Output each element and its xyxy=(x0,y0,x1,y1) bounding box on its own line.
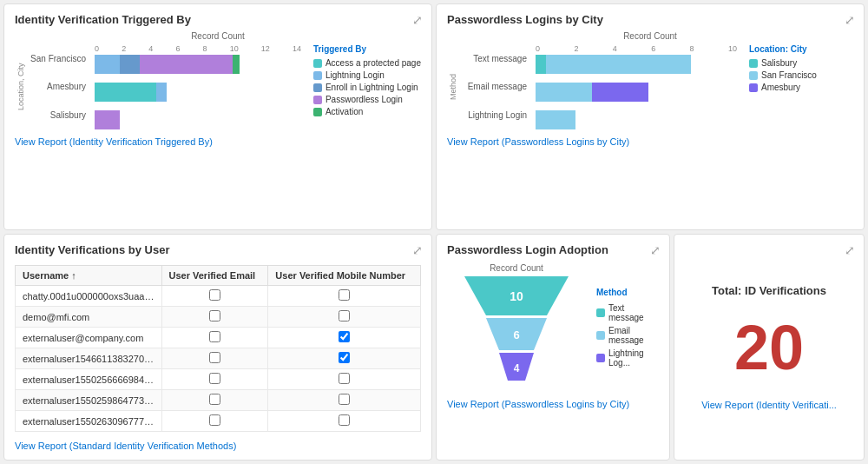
view-report-link-1[interactable]: View Report (Identity Verification Trigg… xyxy=(15,136,421,147)
cell-email[interactable] xyxy=(161,411,268,432)
adoption-title: Passwordless Login Adoption xyxy=(447,243,659,256)
bar-row-am xyxy=(95,83,301,102)
view-report-link-5[interactable]: View Report (Identity Verificati... xyxy=(701,400,837,410)
funnel-legend-label-3: Lightning Log... xyxy=(608,348,659,368)
legend-item-4: Passwordless Login xyxy=(313,95,421,104)
identity-triggered-panel: Identity Verification Triggered By ⤢ Rec… xyxy=(3,3,432,230)
funnel-svg: 10 6 4 xyxy=(447,276,586,389)
cell-username: externaluser@company.com xyxy=(16,328,162,348)
cell-username: chatty.00d1u000000oxs3uaa.hbopd2ffqcwy@c… xyxy=(16,286,162,307)
y-axis-label-1: Location, City xyxy=(15,44,27,129)
funnel-legend-3: Lightning Log... xyxy=(596,348,659,368)
identity-user-table: Username ↑ User Verified Email User Veri… xyxy=(15,265,421,432)
legend-city-label-1: Salisbury xyxy=(761,58,797,68)
cell-mobile[interactable] xyxy=(268,286,421,307)
cell-email[interactable] xyxy=(161,328,268,348)
passwordless-city-panel: Passwordless Logins by City ⤢ Record Cou… xyxy=(436,3,865,230)
cell-username: externaluser1546611383270@company.com xyxy=(16,348,162,369)
cell-username: demo@mfi.com xyxy=(16,307,162,328)
funnel-container: Record Count 10 6 4 Method xyxy=(447,263,659,392)
bar-chart-area-2: 0246810 xyxy=(536,44,737,129)
legend-item-5: Activation xyxy=(313,107,421,116)
funnel-legend-color-3 xyxy=(596,354,605,362)
funnel-label-2: 6 xyxy=(513,328,519,341)
bar-text-2 xyxy=(546,55,691,74)
bottom-right-area: Passwordless Login Adoption ⤢ Record Cou… xyxy=(436,234,865,461)
bar-email-2 xyxy=(592,83,648,102)
bar-row-sf xyxy=(95,55,301,74)
legend-color-4 xyxy=(313,96,322,104)
legend-color-1 xyxy=(313,59,322,68)
view-report-link-3[interactable]: View Report (Standard Identity Verificat… xyxy=(15,441,421,451)
cell-mobile[interactable] xyxy=(268,390,421,411)
legend-color-2 xyxy=(313,71,322,80)
legend-city-3: Amesbury xyxy=(749,83,853,92)
cell-mobile[interactable] xyxy=(268,369,421,390)
passwordless-city-title: Passwordless Logins by City xyxy=(447,13,853,26)
x-ticks-1: 02468101214 xyxy=(95,44,301,53)
legend-city-2: San Francisco xyxy=(749,70,853,80)
expand-icon-2[interactable]: ⤢ xyxy=(845,13,855,27)
bars-wrapper-2 xyxy=(536,55,737,129)
y-axis-labels-1: San Francisco Amesbury Salisbury xyxy=(29,44,89,129)
col-mobile: User Verified Mobile Number xyxy=(268,266,421,286)
cell-mobile[interactable] xyxy=(268,328,421,348)
cell-mobile[interactable] xyxy=(268,411,421,432)
legend-city-label-3: Amesbury xyxy=(761,83,800,92)
funnel-legend-label-1: Text message xyxy=(608,303,659,322)
expand-icon-4[interactable]: ⤢ xyxy=(650,243,661,257)
expand-icon-3[interactable]: ⤢ xyxy=(412,243,423,257)
legend-item-3: Enroll in Lightning Login xyxy=(313,83,421,92)
funnel-legend-title: Method xyxy=(596,288,659,297)
legend-label-5: Activation xyxy=(326,107,363,116)
view-report-link-2[interactable]: View Report (Passwordless Logins by City… xyxy=(447,136,853,147)
total-panel: Total: ID Verifications ⤢ 20 View Report… xyxy=(674,234,865,461)
chart-label-2: Record Count xyxy=(447,31,853,41)
cell-email[interactable] xyxy=(161,348,268,369)
bar-lightning-1 xyxy=(536,110,575,129)
bar-sf-4 xyxy=(233,55,239,74)
table-row: externaluser1550263096777@company.com xyxy=(16,411,421,432)
cell-email[interactable] xyxy=(161,307,268,328)
cell-mobile[interactable] xyxy=(268,307,421,328)
identity-user-title: Identity Verifications by User xyxy=(15,243,421,256)
legend-label-2: Lightning Login xyxy=(326,70,385,80)
bar-sal-1 xyxy=(95,110,120,129)
legend-label-3: Enroll in Lightning Login xyxy=(326,83,418,92)
cell-email[interactable] xyxy=(161,390,268,411)
bar-sf-2 xyxy=(120,55,141,74)
y-label-sal: Salisbury xyxy=(29,110,86,120)
table-row: externaluser@company.com xyxy=(16,328,421,348)
cell-username: externaluser1550259864773@company.com xyxy=(16,390,162,411)
funnel-legend-color-2 xyxy=(596,331,605,340)
funnel-legend-1: Text message xyxy=(596,303,659,322)
expand-icon-5[interactable]: ⤢ xyxy=(845,243,855,257)
legend-1: Triggered By Access a protected page Lig… xyxy=(313,44,421,129)
cell-email[interactable] xyxy=(161,286,268,307)
funnel-chart-label: Record Count xyxy=(447,263,586,273)
passwordless-adoption-panel: Passwordless Login Adoption ⤢ Record Cou… xyxy=(436,234,670,461)
bar-sf-3 xyxy=(140,55,233,74)
legend-title-1: Triggered By xyxy=(313,44,421,54)
table-container: Username ↑ User Verified Email User Veri… xyxy=(15,262,421,434)
funnel-legend: Method Text message Email message Lightn… xyxy=(596,288,659,368)
funnel-label-3: 4 xyxy=(514,362,520,375)
expand-icon-1[interactable]: ⤢ xyxy=(412,13,423,27)
identity-triggered-title: Identity Verification Triggered By xyxy=(15,13,421,26)
total-title: Total: ID Verifications xyxy=(712,284,826,297)
funnel-label-1: 10 xyxy=(510,289,523,303)
cell-mobile[interactable] xyxy=(268,348,421,369)
legend-label-4: Passwordless Login xyxy=(326,95,403,104)
table-row: externaluser1550256666984@company.com xyxy=(16,369,421,390)
y-label-am: Amesbury xyxy=(29,82,86,91)
funnel-legend-label-2: Email message xyxy=(608,326,659,345)
y-label-text: Text message xyxy=(461,54,527,63)
cell-email[interactable] xyxy=(161,369,268,390)
chart-label-1: Record Count xyxy=(15,31,421,41)
y-label-sf: San Francisco xyxy=(29,54,86,63)
table-row: externaluser1546611383270@company.com xyxy=(16,348,421,369)
view-report-link-4[interactable]: View Report (Passwordless Logins by City… xyxy=(447,399,659,409)
legend-city-color-1 xyxy=(749,59,758,68)
bar-row-text xyxy=(536,55,737,74)
bar-chart-area-1: 02468101214 xyxy=(95,44,301,129)
